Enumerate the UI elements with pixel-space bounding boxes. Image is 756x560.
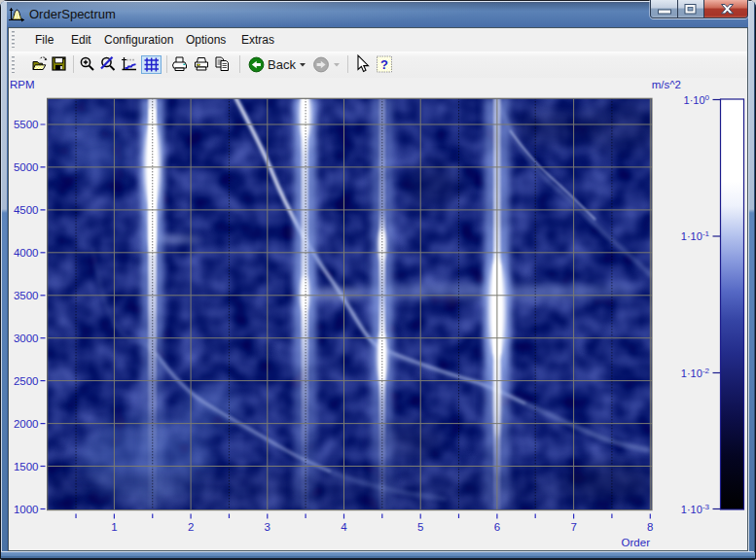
svg-text:1·10-1: 1·10-1 [681,229,710,242]
svg-text:7: 7 [570,521,576,533]
svg-text:m/s^2: m/s^2 [652,79,681,90]
svg-text:2000: 2000 [14,418,39,430]
svg-text:5500: 5500 [14,119,39,130]
svg-text:4000: 4000 [14,247,39,259]
svg-text:3: 3 [265,521,270,533]
svg-text:4: 4 [341,521,347,533]
svg-text:Back: Back [268,57,296,72]
svg-text:2500: 2500 [14,375,39,387]
svg-text:1·10-2: 1·10-2 [681,367,710,379]
svg-text:2: 2 [188,521,194,533]
svg-text:1·100: 1·100 [684,93,710,106]
svg-text:1500: 1500 [14,461,39,472]
svg-text:5000: 5000 [14,161,39,173]
svg-text:1: 1 [111,521,117,533]
svg-text:6: 6 [494,521,500,533]
svg-text:3000: 3000 [14,332,39,344]
svg-text:5: 5 [417,521,423,533]
svg-text:4500: 4500 [14,204,39,216]
svg-text:?: ? [380,57,388,72]
svg-text:8: 8 [647,521,653,533]
svg-text:3500: 3500 [14,290,39,301]
svg-text:Order: Order [622,537,651,548]
svg-text:RPM: RPM [10,79,35,90]
svg-text:1000: 1000 [14,504,39,515]
svg-text:1·10-3: 1·10-3 [681,503,710,515]
